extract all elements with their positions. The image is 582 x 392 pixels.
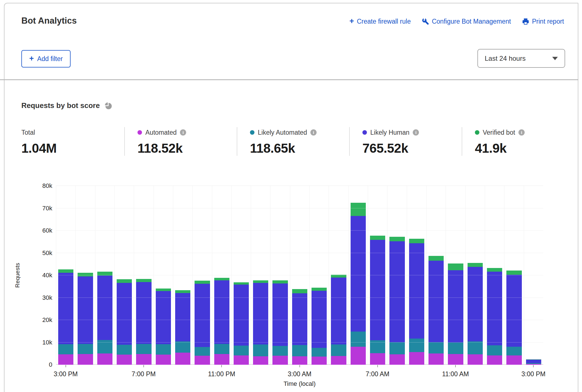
bar-segment-verified-bot[interactable]	[370, 236, 385, 240]
bar-segment-likely-human[interactable]	[253, 283, 268, 344]
bar-segment-verified-bot[interactable]	[195, 281, 210, 284]
bar-segment-likely-human[interactable]	[175, 293, 190, 341]
stacked-bar[interactable]	[253, 186, 268, 365]
bar-segment-verified-bot[interactable]	[58, 269, 73, 273]
bar-segment-likely-automated[interactable]	[117, 345, 132, 355]
bar-segment-automated[interactable]	[78, 354, 93, 365]
bar-segment-automated[interactable]	[97, 353, 112, 365]
bar-segment-automated[interactable]	[448, 354, 463, 365]
bar-segment-likely-automated[interactable]	[78, 344, 93, 354]
bar-segment-likely-human[interactable]	[468, 267, 483, 342]
bar-segment-likely-automated[interactable]	[292, 345, 307, 356]
bar-segment-automated[interactable]	[175, 353, 190, 365]
bar-segment-likely-human[interactable]	[370, 240, 385, 341]
bar-segment-automated[interactable]	[370, 353, 385, 365]
bar-segment-verified-bot[interactable]	[331, 275, 346, 278]
stacked-bar[interactable]	[117, 186, 132, 365]
bar-segment-likely-automated[interactable]	[175, 341, 190, 353]
bar-segment-verified-bot[interactable]	[448, 263, 463, 270]
bar-segment-automated[interactable]	[487, 355, 502, 365]
stacked-bar[interactable]	[78, 186, 93, 365]
bar-segment-likely-automated[interactable]	[468, 341, 483, 354]
bar-segment-automated[interactable]	[214, 354, 229, 365]
bar-segment-automated[interactable]	[351, 347, 366, 365]
bar-segment-verified-bot[interactable]	[506, 271, 522, 275]
bar-segment-likely-human[interactable]	[331, 278, 346, 344]
create-firewall-rule-link[interactable]: + Create firewall rule	[349, 17, 411, 25]
bar-segment-likely-automated[interactable]	[97, 340, 112, 353]
bar-segment-likely-human[interactable]	[448, 270, 463, 343]
bar-segment-likely-human[interactable]	[136, 282, 151, 344]
bar-segment-likely-automated[interactable]	[487, 345, 502, 355]
stacked-bar[interactable]	[292, 186, 307, 365]
bar-segment-likely-automated[interactable]	[214, 344, 229, 354]
stacked-bar[interactable]	[389, 186, 405, 365]
bar-segment-likely-automated[interactable]	[156, 344, 171, 355]
bar-segment-verified-bot[interactable]	[272, 280, 288, 283]
bar-segment-likely-human[interactable]	[195, 284, 210, 347]
stacked-bar[interactable]	[409, 186, 424, 365]
bar-segment-automated[interactable]	[195, 356, 210, 365]
bar-segment-verified-bot[interactable]	[156, 289, 171, 291]
bar-segment-automated[interactable]	[331, 356, 346, 365]
stacked-bar[interactable]	[331, 186, 346, 365]
stacked-bar[interactable]	[156, 186, 171, 365]
bar-segment-likely-automated[interactable]	[312, 348, 327, 357]
bar-segment-verified-bot[interactable]	[468, 263, 483, 267]
stacked-bar[interactable]	[506, 186, 522, 365]
bar-segment-likely-human[interactable]	[292, 293, 307, 345]
bar-segment-verified-bot[interactable]	[428, 256, 444, 261]
bar-segment-likely-automated[interactable]	[272, 346, 288, 356]
bar-segment-verified-bot[interactable]	[136, 279, 151, 282]
stacked-bar[interactable]	[312, 186, 327, 365]
bar-segment-likely-automated[interactable]	[195, 347, 210, 356]
bar-segment-automated[interactable]	[389, 354, 405, 365]
bar-segment-likely-automated[interactable]	[409, 339, 424, 352]
bar-segment-likely-human[interactable]	[234, 285, 249, 346]
bar-segment-likely-human[interactable]	[312, 291, 327, 348]
bar-segment-automated[interactable]	[234, 355, 249, 365]
bar-segment-verified-bot[interactable]	[97, 272, 112, 276]
bar-segment-likely-automated[interactable]	[331, 344, 346, 356]
bar-segment-likely-human[interactable]	[351, 216, 366, 331]
bar-segment-verified-bot[interactable]	[253, 280, 268, 283]
info-icon[interactable]: i	[180, 129, 186, 136]
bar-segment-likely-human[interactable]	[272, 283, 288, 346]
stacked-bar[interactable]	[214, 186, 229, 365]
bar-segment-likely-human[interactable]	[58, 273, 73, 344]
bar-segment-likely-human[interactable]	[526, 360, 541, 363]
bar-segment-verified-bot[interactable]	[351, 203, 366, 216]
bar-segment-automated[interactable]	[526, 364, 541, 365]
bar-segment-automated[interactable]	[506, 355, 522, 365]
stacked-bar[interactable]	[428, 186, 444, 365]
stacked-bar[interactable]	[234, 186, 249, 365]
bar-segment-likely-human[interactable]	[78, 276, 93, 344]
bar-segment-automated[interactable]	[312, 357, 327, 365]
bar-segment-likely-human[interactable]	[506, 275, 522, 346]
bar-segment-automated[interactable]	[409, 352, 424, 365]
bar-segment-likely-automated[interactable]	[136, 344, 151, 354]
bar-segment-verified-bot[interactable]	[234, 282, 249, 285]
stacked-bar[interactable]	[175, 186, 190, 365]
bar-segment-automated[interactable]	[156, 355, 171, 365]
bar-segment-verified-bot[interactable]	[292, 289, 307, 293]
bar-segment-likely-automated[interactable]	[448, 343, 463, 354]
bar-segment-verified-bot[interactable]	[117, 279, 132, 283]
bar-segment-likely-human[interactable]	[389, 241, 405, 342]
bar-segment-likely-human[interactable]	[428, 261, 444, 342]
stacked-bar[interactable]	[136, 186, 151, 365]
bar-segment-likely-human[interactable]	[117, 283, 132, 345]
bar-segment-verified-bot[interactable]	[409, 239, 424, 243]
info-icon[interactable]: i	[310, 129, 317, 136]
bar-segment-verified-bot[interactable]	[214, 278, 229, 280]
bar-segment-automated[interactable]	[468, 354, 483, 365]
time-range-select[interactable]: Last 24 hours	[477, 49, 565, 68]
bar-segment-likely-human[interactable]	[409, 243, 424, 339]
stacked-bar[interactable]	[448, 186, 463, 365]
bar-segment-automated[interactable]	[58, 354, 73, 365]
bar-segment-verified-bot[interactable]	[175, 290, 190, 293]
info-icon[interactable]: i	[413, 129, 419, 136]
bar-segment-likely-human[interactable]	[487, 272, 502, 345]
bar-segment-likely-automated[interactable]	[58, 344, 73, 354]
add-filter-button[interactable]: + Add filter	[21, 50, 71, 67]
